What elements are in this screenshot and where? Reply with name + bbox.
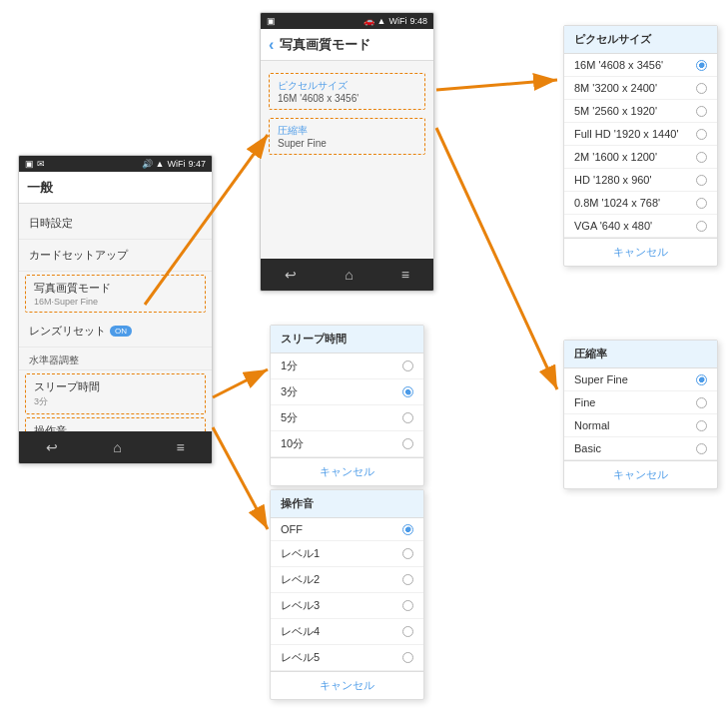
- radio-sound-3[interactable]: [402, 574, 413, 585]
- photo-item-compress[interactable]: 圧縮率 Super Fine: [269, 118, 425, 155]
- screen1-general: ▣ ✉ 🔊 ▲ WiFi 9:47 一般 日時設定 カードセットアップ 写真画質…: [18, 155, 213, 464]
- radio-compress-3[interactable]: [696, 420, 707, 431]
- compress-option-3[interactable]: Normal: [564, 414, 717, 437]
- sleep-option-4[interactable]: 10分: [271, 431, 423, 457]
- sleep-option-3[interactable]: 5分: [271, 405, 423, 431]
- sound-dropdown-title: 操作音: [271, 490, 423, 518]
- status-bar-1: ▣ ✉ 🔊 ▲ WiFi 9:47: [19, 156, 212, 172]
- pixel-dropdown-title: ピクセルサイズ: [564, 26, 717, 54]
- settings-item-card[interactable]: カードセットアップ: [19, 240, 212, 272]
- nav-bar-1: ↩ ⌂ ≡: [19, 431, 212, 463]
- sound-option-6[interactable]: レベル5: [271, 645, 423, 671]
- back-icon-2[interactable]: ‹: [269, 36, 274, 54]
- sound-option-3[interactable]: レベル2: [271, 567, 423, 593]
- pixel-size-dropdown: ピクセルサイズ 16M '4608 x 3456' 8M '3200 x 240…: [563, 25, 718, 267]
- status-icons-right: 🔊 ▲ WiFi 9:47: [142, 159, 206, 169]
- sound-dropdown: 操作音 OFF レベル1 レベル2 レベル3 レベル4 レベル5 キャンセル: [270, 489, 424, 700]
- pixel-option-3[interactable]: 5M '2560 x 1920': [564, 100, 717, 123]
- radio-sleep-4[interactable]: [402, 438, 413, 449]
- pixel-option-4[interactable]: Full HD '1920 x 1440': [564, 123, 717, 146]
- home-nav-icon2[interactable]: ⌂: [345, 267, 353, 283]
- radio-compress-2[interactable]: [696, 397, 707, 408]
- radio-sound-6[interactable]: [402, 652, 413, 663]
- settings-list: 日時設定 カードセットアップ 写真画質モード 16M·Super Fine レン…: [19, 204, 212, 462]
- sound-option-1[interactable]: OFF: [271, 518, 423, 541]
- photo-item-pixel[interactable]: ピクセルサイズ 16M '4608 x 3456': [269, 73, 425, 110]
- compress-dropdown-title: 圧縮率: [564, 341, 717, 368]
- radio-pixel-8[interactable]: [696, 221, 707, 232]
- sleep-dropdown-title: スリープ時間: [271, 326, 423, 354]
- radio-pixel-1[interactable]: [696, 60, 707, 71]
- nav-bar-2: ↩ ⌂ ≡: [261, 259, 433, 291]
- settings-item-sleep[interactable]: スリープ時間 3分: [25, 373, 206, 414]
- svg-line-3: [436, 128, 557, 389]
- radio-sleep-3[interactable]: [402, 412, 413, 423]
- menu-nav-icon2[interactable]: ≡: [401, 267, 409, 283]
- home-nav-icon[interactable]: ⌂: [113, 439, 121, 455]
- radio-pixel-3[interactable]: [696, 106, 707, 117]
- sleep-dropdown: スリープ時間 1分 3分 5分 10分 キャンセル: [270, 325, 424, 486]
- sound-option-4[interactable]: レベル3: [271, 593, 423, 619]
- radio-compress-1[interactable]: [696, 374, 707, 385]
- status-icons-right2: 🚗 ▲ WiFi 9:48: [364, 16, 427, 26]
- pixel-option-2[interactable]: 8M '3200 x 2400': [564, 77, 717, 100]
- radio-sound-1[interactable]: [402, 524, 413, 535]
- sleep-option-2[interactable]: 3分: [271, 379, 423, 405]
- back-nav-icon2[interactable]: ↩: [285, 267, 297, 283]
- menu-nav-icon[interactable]: ≡: [176, 439, 184, 455]
- radio-pixel-2[interactable]: [696, 83, 707, 94]
- sleep-cancel-button[interactable]: キャンセル: [271, 457, 423, 485]
- screen2-photo-quality: ▣ 🚗 ▲ WiFi 9:48 ‹ 写真画質モード ピクセルサイズ 16M '4…: [260, 12, 434, 292]
- pixel-option-6[interactable]: HD '1280 x 960': [564, 169, 717, 192]
- radio-compress-4[interactable]: [696, 443, 707, 454]
- app-bar-2: ‹ 写真画質モード: [261, 29, 433, 61]
- sleep-option-1[interactable]: 1分: [271, 354, 423, 379]
- settings-item-photo-quality[interactable]: 写真画質モード 16M·Super Fine: [25, 275, 206, 313]
- svg-line-4: [213, 369, 268, 397]
- status-bar-2: ▣ 🚗 ▲ WiFi 9:48: [261, 13, 433, 29]
- app-bar-1: 一般: [19, 172, 212, 204]
- photo-quality-title: 写真画質モード: [280, 36, 370, 54]
- status-icons-left2: ▣: [267, 16, 276, 26]
- compress-dropdown: 圧縮率 Super Fine Fine Normal Basic キャンセル: [563, 340, 718, 489]
- pixel-option-1[interactable]: 16M '4608 x 3456': [564, 54, 717, 77]
- radio-pixel-6[interactable]: [696, 175, 707, 186]
- radio-sleep-2[interactable]: [402, 386, 413, 397]
- settings-title: 一般: [27, 179, 53, 197]
- settings-item-lens-reset[interactable]: レンズリセット ON: [19, 316, 212, 348]
- settings-item-datetime[interactable]: 日時設定: [19, 208, 212, 240]
- compress-option-2[interactable]: Fine: [564, 391, 717, 414]
- photo-quality-list: ピクセルサイズ 16M '4608 x 3456' 圧縮率 Super Fine: [261, 61, 433, 167]
- section-level: 水準器調整: [19, 348, 212, 370]
- pixel-option-8[interactable]: VGA '640 x 480': [564, 215, 717, 238]
- sound-option-2[interactable]: レベル1: [271, 541, 423, 567]
- radio-pixel-4[interactable]: [696, 129, 707, 140]
- back-nav-icon[interactable]: ↩: [46, 439, 58, 455]
- svg-line-2: [436, 80, 557, 90]
- status-icons-left: ▣ ✉: [25, 159, 45, 169]
- svg-line-5: [213, 427, 268, 529]
- sound-cancel-button[interactable]: キャンセル: [271, 671, 423, 699]
- compress-option-1[interactable]: Super Fine: [564, 368, 717, 391]
- pixel-option-5[interactable]: 2M '1600 x 1200': [564, 146, 717, 169]
- compress-cancel-button[interactable]: キャンセル: [564, 460, 717, 488]
- toggle-on[interactable]: ON: [110, 326, 132, 337]
- radio-pixel-5[interactable]: [696, 152, 707, 163]
- radio-sound-4[interactable]: [402, 600, 413, 611]
- radio-pixel-7[interactable]: [696, 198, 707, 209]
- sound-option-5[interactable]: レベル4: [271, 619, 423, 645]
- pixel-cancel-button[interactable]: キャンセル: [564, 238, 717, 266]
- radio-sleep-1[interactable]: [402, 360, 413, 371]
- pixel-option-7[interactable]: 0.8M '1024 x 768': [564, 192, 717, 215]
- compress-option-4[interactable]: Basic: [564, 437, 717, 460]
- radio-sound-2[interactable]: [402, 548, 413, 559]
- radio-sound-5[interactable]: [402, 626, 413, 637]
